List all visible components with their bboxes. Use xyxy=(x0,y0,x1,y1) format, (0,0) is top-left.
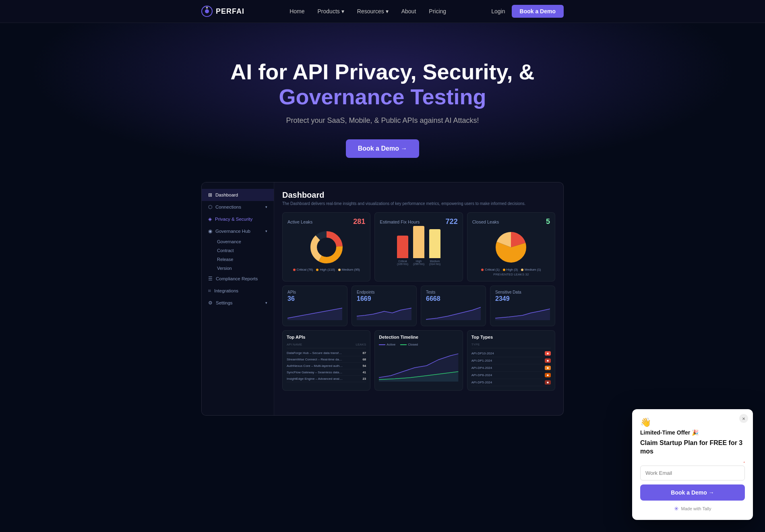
sidebar-item-version[interactable]: Version xyxy=(217,264,274,273)
list-item: API-DP10-2024 ■ xyxy=(471,350,551,357)
required-marker: * xyxy=(640,461,745,465)
sidebar-item-compliance[interactable]: ☰ Compliance Reports xyxy=(202,273,274,285)
nav-resources[interactable]: Resources ▾ xyxy=(357,8,389,14)
active-leaks-card: Active Leaks 281 xyxy=(282,212,370,282)
table-row: DataForge Hub – Secure data transformati… xyxy=(287,350,366,356)
main-content: Dashboard The Dashboard delivers real-ti… xyxy=(274,182,563,415)
active-leaks-chart xyxy=(287,229,365,265)
sidebar-sub-governance: Governance Contract Release Version xyxy=(202,237,274,273)
logo-text: PERFAI xyxy=(216,7,244,16)
sidebar-item-settings[interactable]: ⚙ Settings ▾ xyxy=(202,297,274,309)
chevron-down-icon: ▾ xyxy=(386,8,389,14)
dashboard-window: ⊞ Dashboard ⬡ Connections ▾ ◈ Privacy & … xyxy=(201,182,564,416)
governance-icon: ◉ xyxy=(208,228,212,234)
bottom-row: Top APIs API NAME LEAKS DataForge Hub – … xyxy=(282,330,555,391)
fix-hours-value: 722 xyxy=(446,217,458,226)
closed-leaks-value: 5 xyxy=(546,217,550,226)
dashboard-description: The Dashboard delivers real-time insight… xyxy=(282,201,555,206)
sidebar-item-release[interactable]: Release xyxy=(217,255,274,264)
nav-pricing[interactable]: Pricing xyxy=(429,8,446,14)
hero-section: AI for API Privacy, Security, & Governan… xyxy=(0,23,765,182)
sidebar-item-dashboard[interactable]: ⊞ Dashboard xyxy=(202,189,274,201)
nav-products[interactable]: Products ▾ xyxy=(318,8,344,14)
hero-subtitle: Protect your SaaS, Mobile, & Public APIs… xyxy=(8,116,757,125)
book-demo-popup-button[interactable]: Book a Demo → xyxy=(640,484,745,501)
active-leaks-value: 281 xyxy=(353,217,365,226)
prevented-leaks: PREVENTED LEAKS 32 xyxy=(472,273,550,276)
endpoints-metric: Endpoints 1669 xyxy=(351,286,417,326)
work-email-input[interactable] xyxy=(640,466,745,480)
tally-footer: ✳ Made with Tally xyxy=(640,505,745,512)
book-demo-nav-button[interactable]: Book a Demo xyxy=(512,5,564,18)
chevron-icon: ▾ xyxy=(265,229,267,233)
table-row: AuthNexus Core – Multi-layered authentic… xyxy=(287,363,366,369)
dashboard-icon: ⊞ xyxy=(208,192,212,198)
wave-icon: 👋 xyxy=(640,417,745,428)
fix-hours-title: Estimated Fix Hours xyxy=(380,219,420,224)
chevron-icon: ▾ xyxy=(265,205,267,209)
list-item: API-DP5-2024 ■ xyxy=(471,379,551,386)
integrations-icon: ⌗ xyxy=(208,288,211,294)
close-button[interactable]: × xyxy=(739,414,748,423)
sidebar-item-governance[interactable]: Governance xyxy=(217,237,274,246)
sidebar: ⊞ Dashboard ⬡ Connections ▾ ◈ Privacy & … xyxy=(202,182,274,415)
table-row: StreamWise Connect – Real-time data stre… xyxy=(287,356,366,363)
sidebar-item-integrations[interactable]: ⌗ Integrations xyxy=(202,285,274,297)
popup-claim-label: Claim Startup Plan for FREE for 3 mos xyxy=(640,439,745,456)
sidebar-item-contract[interactable]: Contract xyxy=(217,246,274,255)
fix-hours-card: Estimated Fix Hours 722 Critical(109 hrs… xyxy=(374,212,463,282)
top-apis-card: Top APIs API NAME LEAKS DataForge Hub – … xyxy=(282,330,370,391)
sidebar-item-privacy-security[interactable]: ◈ Privacy & Security xyxy=(202,213,274,225)
top-types-card: Top Types TYPE API-DP10-2024 ■ API-DP1-2… xyxy=(467,330,555,391)
closed-leaks-card: Closed Leaks 5 xyxy=(467,212,555,282)
svg-point-1 xyxy=(205,9,209,13)
detection-timeline-card: Detection Timeline Active Closed xyxy=(374,330,463,391)
compliance-icon: ☰ xyxy=(208,276,213,282)
closed-leaks-title: Closed Leaks xyxy=(472,219,499,224)
chevron-icon: ▾ xyxy=(265,301,267,305)
login-button[interactable]: Login xyxy=(491,8,505,14)
dashboard-title: Dashboard xyxy=(282,190,555,200)
book-demo-hero-button[interactable]: Book a Demo → xyxy=(346,139,420,158)
chevron-down-icon: ▾ xyxy=(341,8,344,14)
list-item: API-DP4-2024 ■ xyxy=(471,364,551,372)
table-row: InsightEdge Engine – Advanced analytics … xyxy=(287,376,366,382)
top-types-header: TYPE xyxy=(471,343,551,348)
logo[interactable]: PERFAI xyxy=(201,6,244,17)
metrics-row: APIs 36 Endpoints 1669 Tests xyxy=(282,286,555,326)
dashboard-preview: ⊞ Dashboard ⬡ Connections ▾ ◈ Privacy & … xyxy=(193,182,572,440)
nav-home[interactable]: Home xyxy=(289,8,304,14)
nav-about[interactable]: About xyxy=(401,8,416,14)
tests-metric: Tests 6668 xyxy=(421,286,486,326)
svg-marker-11 xyxy=(287,308,342,320)
top-cards-row: Active Leaks 281 xyxy=(282,212,555,282)
closed-leaks-legend: Critical (1) High (3) Medium (1) xyxy=(472,268,550,271)
sensitive-data-metric: Sensitive Data 2349 xyxy=(490,286,555,326)
top-apis-header: API NAME LEAKS xyxy=(287,343,366,348)
svg-marker-12 xyxy=(357,308,411,320)
list-item: API-DP1-2024 ■ xyxy=(471,357,551,364)
svg-point-2 xyxy=(206,7,208,9)
tally-icon: ✳ xyxy=(674,505,679,512)
privacy-icon: ◈ xyxy=(208,216,212,222)
table-row: SyncFlow Gateway – Seamless data synchro… xyxy=(287,369,366,376)
sidebar-item-governance-hub[interactable]: ◉ Governance Hub ▾ xyxy=(202,225,274,237)
settings-icon: ⚙ xyxy=(208,300,213,306)
connections-icon: ⬡ xyxy=(208,204,212,210)
tally-popup: × 👋 Limited-Time Offer 🎉 Claim Startup P… xyxy=(632,409,753,520)
apis-metric: APIs 36 xyxy=(282,286,347,326)
active-leaks-legend: Critical (76) High (110) Medium (95) xyxy=(287,268,365,271)
active-leaks-title: Active Leaks xyxy=(287,219,312,224)
hero-title: AI for API Privacy, Security, & Governan… xyxy=(221,59,544,109)
popup-offer-label: Limited-Time Offer 🎉 xyxy=(640,429,745,436)
nav-links: Home Products ▾ Resources ▾ About Pricin… xyxy=(261,8,475,14)
list-item: API-DP8-2024 ■ xyxy=(471,372,551,379)
sidebar-item-connections[interactable]: ⬡ Connections ▾ xyxy=(202,201,274,213)
